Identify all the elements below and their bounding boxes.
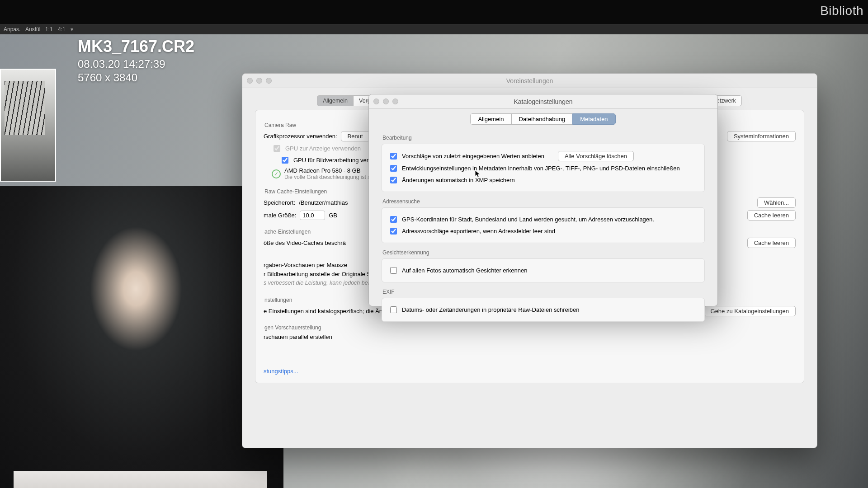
- face-detect-label: Auf allen Fotos automatisch Gesichter er…: [402, 267, 527, 274]
- zoom-fill[interactable]: Ausfül: [25, 26, 40, 33]
- auto-xmp-label: Änderungen automatisch in XMP speichern: [402, 177, 515, 183]
- face-heading: Gesichtserkennung: [382, 249, 705, 256]
- module-label[interactable]: Biblioth: [820, 4, 863, 18]
- goto-catalog-settings-button[interactable]: Gehe zu Katalogeinstellungen: [704, 306, 796, 316]
- performance-tips-link[interactable]: stungstipps...: [264, 368, 298, 375]
- gps-lookup-label: GPS-Koordinaten für Stadt, Bundesland un…: [402, 216, 654, 223]
- tab-cs-metadaten[interactable]: Metadaten: [572, 113, 615, 125]
- gpu-process-label: GPU für Bildverarbeitung verwe: [293, 157, 376, 164]
- catalog-settings-title: Katalogeinstellungen: [514, 98, 573, 105]
- navigator-thumbnail[interactable]: [0, 69, 56, 182]
- tab-allgemein[interactable]: Allgemein: [317, 95, 354, 106]
- face-group: Auf allen Fotos automatisch Gesichter er…: [382, 258, 705, 282]
- zoom-1-1[interactable]: 1:1: [45, 26, 53, 33]
- sysinfo-button[interactable]: Systeminformationen: [727, 131, 796, 141]
- zoom-fit[interactable]: Anpas.: [4, 26, 20, 33]
- preview-text: rschauen parallel erstellen: [264, 333, 332, 340]
- file-info-overlay: MK3_7167.CR2 08.03.20 14:27:39 5760 x 38…: [78, 34, 194, 84]
- edit-heading: Bearbeitung: [382, 135, 705, 141]
- clear-suggestions-button[interactable]: Alle Vorschläge löschen: [558, 151, 634, 161]
- gpu-status: Die volle Grafikbeschleunigung ist akt: [284, 174, 375, 180]
- close-icon[interactable]: [247, 78, 253, 84]
- file-date: 08.03.20 14:27:39: [78, 58, 194, 70]
- smart-line1: rgaben-Vorschauen per Mausze: [264, 262, 347, 268]
- suggest-values-checkbox[interactable]: [390, 153, 397, 160]
- clear-video-cache-button[interactable]: Cache leeren: [747, 238, 796, 248]
- window-controls[interactable]: [247, 78, 272, 84]
- edit-group: Vorschläge von zuletzt eingegebenen Wert…: [382, 144, 705, 192]
- catalog-settings-titlebar[interactable]: Katalogeinstellungen: [369, 94, 717, 109]
- choose-button[interactable]: Wählen...: [757, 197, 796, 208]
- cache-size-label: male Größe:: [264, 212, 296, 219]
- cache-size-unit: GB: [329, 212, 337, 219]
- gpu-name: AMD Radeon Pro 580 - 8 GB: [284, 167, 375, 174]
- tab-cs-allgemein[interactable]: Allgemein: [470, 113, 511, 125]
- suggest-values-label: Vorschläge von zuletzt eingegebenen Wert…: [402, 153, 544, 160]
- video-cache-limit-label: öße des Video-Caches beschrä: [264, 239, 346, 246]
- address-group: GPS-Koordinaten für Stadt, Bundesland un…: [382, 207, 705, 243]
- file-dimensions: 5760 x 3840: [78, 71, 194, 84]
- gpu-display-label: GPU zur Anzeige verwenden: [285, 145, 361, 152]
- zoom-dropdown-icon[interactable]: ▾: [71, 26, 73, 33]
- file-name: MK3_7167.CR2: [78, 37, 194, 56]
- face-detect-checkbox[interactable]: [390, 267, 397, 274]
- export-address-checkbox[interactable]: [390, 228, 397, 235]
- gpu-ok-icon: ✓: [272, 169, 281, 178]
- minimize-icon[interactable]: [256, 78, 262, 84]
- window-controls[interactable]: [373, 99, 398, 104]
- gps-lookup-checkbox[interactable]: [390, 216, 397, 223]
- address-heading: Adressensuche: [382, 198, 705, 205]
- zoom-icon[interactable]: [392, 99, 398, 104]
- minimize-icon[interactable]: [383, 99, 389, 104]
- gpu-display-checkbox: [274, 145, 280, 152]
- zoom-ruler: Anpas. Ausfül 1:1 4:1 ▾: [0, 24, 868, 34]
- export-address-label: Adressvorschläge exportieren, wenn Adres…: [402, 228, 555, 235]
- app-top-bar: Biblioth: [0, 0, 868, 24]
- tab-cs-datei[interactable]: Dateihandhabung: [511, 113, 573, 125]
- exif-heading: EXIF: [382, 289, 705, 295]
- catalog-settings-window: Katalogeinstellungen Allgemein Dateihand…: [368, 94, 718, 306]
- write-raw-date-checkbox[interactable]: [390, 306, 397, 313]
- embed-develop-label: Entwicklungseinstellungen in Metadaten i…: [402, 165, 680, 172]
- gpu-select[interactable]: Benut: [341, 131, 370, 141]
- gpu-process-checkbox[interactable]: [282, 157, 288, 164]
- write-raw-date-label: Datums- oder Zeitänderungen in proprietä…: [402, 306, 579, 313]
- zoom-4-1[interactable]: 4:1: [58, 26, 66, 33]
- catalog-settings-tabstrip: Allgemein Dateihandhabung Metadaten: [369, 113, 717, 125]
- preferences-titlebar[interactable]: Voreinstellungen: [242, 74, 817, 88]
- exif-group: Datums- oder Zeitänderungen in proprietä…: [382, 298, 705, 322]
- cache-loc-value: /Benutzer/matthias: [299, 199, 348, 206]
- gpu-use-label: Grafikprozessor verwenden:: [264, 133, 337, 140]
- embed-develop-checkbox[interactable]: [390, 165, 397, 172]
- presenter-webcam: [0, 186, 283, 488]
- close-icon[interactable]: [373, 99, 379, 104]
- clear-raw-cache-button[interactable]: Cache leeren: [747, 210, 796, 221]
- cache-size-input[interactable]: [300, 211, 325, 220]
- preferences-title: Voreinstellungen: [506, 77, 553, 84]
- auto-xmp-checkbox[interactable]: [390, 177, 397, 183]
- zoom-icon[interactable]: [266, 78, 272, 84]
- cache-loc-label: Speicherort:: [264, 199, 295, 206]
